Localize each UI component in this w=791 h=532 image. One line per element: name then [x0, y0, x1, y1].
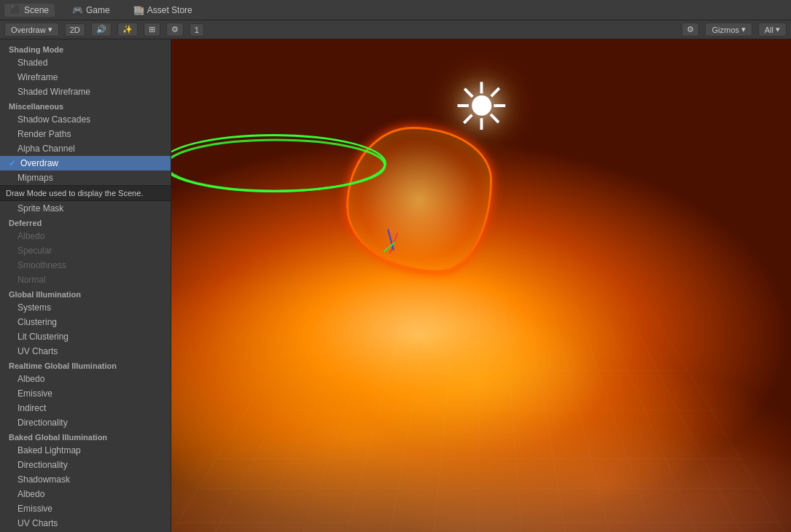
layers-chevron-icon: ▾ — [776, 25, 780, 34]
sidebar-item-render-paths[interactable]: Render Paths — [0, 127, 171, 141]
sidebar-item-uv-charts[interactable]: UV Charts — [0, 344, 171, 359]
dimension-btn[interactable]: 2D — [65, 23, 85, 36]
sidebar-item-wireframe[interactable]: Wireframe — [0, 70, 171, 85]
audio-btn[interactable]: 🔊 — [91, 23, 112, 36]
sidebar-item-rt-albedo[interactable]: Albedo — [0, 372, 171, 386]
layers-dropdown[interactable]: All ▾ — [758, 23, 787, 36]
topbar: ⬛ Scene 🎮 Game 🏬 Asset Store — [0, 0, 791, 20]
gizmos-label: Gizmos — [712, 26, 739, 34]
sidebar-item-specular: Specular — [0, 243, 171, 258]
sidebar-item-rt-emissive[interactable]: Emissive — [0, 386, 171, 401]
tab-scene[interactable]: ⬛ Scene — [4, 4, 55, 17]
scene-viewport[interactable]: ☀ — [171, 39, 791, 532]
dimension-label: 2D — [70, 26, 80, 34]
sidebar-item-baked-uv-charts[interactable]: UV Charts — [0, 516, 171, 531]
smoke-overlay — [171, 236, 791, 532]
sidebar-item-clustering[interactable]: Clustering — [0, 315, 171, 329]
fx-btn[interactable]: ✨ — [117, 23, 138, 36]
layers-label: All — [765, 26, 774, 34]
sidebar-item-shaded[interactable]: Shaded — [0, 55, 171, 70]
sidebar-item-rt-indirect[interactable]: Indirect — [0, 401, 171, 415]
sidebar-item-shadowmask[interactable]: Shadowmask — [0, 472, 171, 487]
sidebar-item-lit-clustering[interactable]: Lit Clustering — [0, 329, 171, 344]
tab-asset-store[interactable]: 🏬 Asset Store — [128, 4, 198, 17]
sidebar-item-baked-albedo[interactable]: Albedo — [0, 487, 171, 501]
section-baked-gi: Baked Global Illumination — [0, 430, 171, 443]
sidebar-item-overdraw[interactable]: ✓ Overdraw — [0, 156, 171, 171]
tab-scene-label: Scene — [24, 5, 49, 15]
settings-btn[interactable]: ⚙ — [682, 23, 699, 36]
counter-btn[interactable]: 1 — [190, 23, 204, 36]
gizmos-chevron-icon: ▾ — [741, 25, 746, 34]
main-area: Shading Mode Shaded Wireframe Shaded Wir… — [0, 39, 791, 532]
sidebar-item-baked-directionality[interactable]: Directionality — [0, 458, 171, 472]
draw-mode-dropdown[interactable]: Overdraw ▾ — [4, 23, 59, 36]
axes-gizmo — [383, 229, 405, 258]
sidebar-item-shadow-cascades[interactable]: Shadow Cascades — [0, 112, 171, 127]
sun-icon: ☀ — [452, 69, 511, 145]
section-deferred: Deferred — [0, 216, 171, 229]
tab-asset-store-label: Asset Store — [147, 5, 192, 15]
checkmark-icon: ✓ — [9, 158, 16, 168]
sidebar-item-smoothness: Smoothness — [0, 258, 171, 273]
sidebar-item-sprite-mask[interactable]: Sprite Mask — [0, 201, 171, 216]
secondbar: Overdraw ▾ 2D 🔊 ✨ ⊞ ⚙ 1 ⚙ Gizmos ▾ All ▾ — [0, 20, 791, 39]
grid-btn[interactable]: ⊞ — [144, 23, 160, 36]
section-realtime-gi: Realtime Global Illumination — [0, 359, 171, 372]
tooltip-bar: Draw Mode used to display the Scene. — [0, 185, 171, 201]
section-miscellaneous: Miscellaneous — [0, 99, 171, 112]
draw-mode-label: Overdraw — [11, 26, 46, 34]
sidebar-item-normal: Normal — [0, 273, 171, 287]
sidebar-item-baked-lightmap[interactable]: Baked Lightmap — [0, 443, 171, 458]
tab-game-label: Game — [86, 5, 110, 15]
section-global-illumination: Global Illumination — [0, 287, 171, 300]
game-icon: 🎮 — [72, 5, 83, 15]
sidebar-item-baked-emissive[interactable]: Emissive — [0, 501, 171, 516]
asset-store-icon: 🏬 — [133, 5, 144, 15]
scene-icon: ⬛ — [10, 5, 21, 15]
section-shading-mode: Shading Mode — [0, 42, 171, 55]
sidebar-item-shaded-wireframe[interactable]: Shaded Wireframe — [0, 85, 171, 99]
tab-game[interactable]: 🎮 Game — [66, 4, 116, 17]
nav-btn[interactable]: ⚙ — [166, 23, 184, 36]
sidebar-menu: Shading Mode Shaded Wireframe Shaded Wir… — [0, 39, 171, 532]
sidebar-item-rt-directionality[interactable]: Directionality — [0, 415, 171, 430]
sidebar-item-alpha-channel[interactable]: Alpha Channel — [0, 141, 171, 156]
sidebar-item-systems[interactable]: Systems — [0, 300, 171, 315]
sidebar-item-mipmaps[interactable]: Mipmaps — [0, 171, 171, 185]
chevron-down-icon: ▾ — [48, 25, 52, 34]
gizmos-dropdown[interactable]: Gizmos ▾ — [705, 23, 752, 36]
sidebar-item-albedo-deferred: Albedo — [0, 229, 171, 243]
